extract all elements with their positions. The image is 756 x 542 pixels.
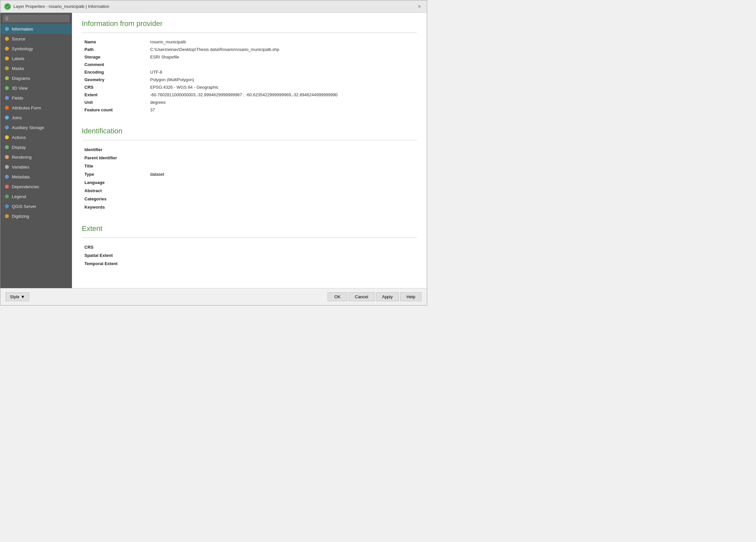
sidebar-item-auxiliarystorage[interactable]: Auxiliary Storage bbox=[0, 123, 72, 132]
svg-point-13 bbox=[5, 145, 9, 149]
field-value bbox=[148, 243, 417, 251]
svg-point-7 bbox=[5, 86, 9, 90]
field-label: Categories bbox=[82, 195, 148, 203]
svg-point-6 bbox=[5, 76, 9, 80]
table-row: Typedataset bbox=[82, 170, 417, 178]
identification-divider bbox=[82, 140, 417, 140]
field-label: Parent Identifier bbox=[82, 154, 148, 162]
sidebar-item-label-legend: Legend bbox=[12, 194, 26, 199]
sidebar-item-legend[interactable]: Legend bbox=[0, 192, 72, 201]
field-value: dataset bbox=[148, 170, 417, 178]
table-row: Parent Identifier bbox=[82, 154, 417, 162]
field-value: 37 bbox=[148, 106, 417, 114]
sidebar-item-label-rendering: Rendering bbox=[12, 155, 32, 160]
sidebar-item-source[interactable]: Source bbox=[0, 34, 72, 44]
sidebar-item-label-dependencies: Dependencies bbox=[12, 184, 39, 189]
svg-point-8 bbox=[5, 96, 9, 100]
sidebar-item-label-fields: Fields bbox=[12, 96, 23, 101]
close-button[interactable]: × bbox=[416, 3, 423, 10]
content-scroll[interactable]: Information from provider Namerosario_mu… bbox=[72, 13, 427, 288]
sidebar-item-diagrams[interactable]: Diagrams bbox=[0, 73, 72, 83]
sidebar-item-display[interactable]: Display bbox=[0, 142, 72, 152]
information-icon bbox=[4, 26, 10, 32]
title-bar: Layer Properties - rosario_municipalb | … bbox=[0, 0, 427, 13]
field-value bbox=[148, 203, 417, 211]
table-row: CRSEPSG:4326 - WGS 84 - Geographic bbox=[82, 83, 417, 91]
field-value: ESRI Shapefile bbox=[148, 53, 417, 61]
field-value: UTF-8 bbox=[148, 68, 417, 76]
sidebar-item-labels[interactable]: Labels bbox=[0, 54, 72, 63]
search-input[interactable] bbox=[3, 15, 69, 22]
sidebar-item-label-3dview: 3D View bbox=[12, 86, 28, 91]
field-value bbox=[148, 187, 417, 195]
sidebar-item-label-display: Display bbox=[12, 145, 26, 150]
sidebar-item-label-digitizing: Digitizing bbox=[12, 214, 29, 219]
sidebar-item-attributesform[interactable]: Attributes Form bbox=[0, 103, 72, 113]
apply-button[interactable]: Apply bbox=[376, 292, 399, 301]
cancel-button[interactable]: Cancel bbox=[349, 292, 374, 301]
field-label: Spatial Extent bbox=[82, 251, 148, 260]
table-row: StorageESRI Shapefile bbox=[82, 53, 417, 61]
svg-point-20 bbox=[5, 214, 9, 218]
table-row: CRS bbox=[82, 243, 417, 251]
sidebar-item-digitizing[interactable]: Digitizing bbox=[0, 211, 72, 221]
field-label: Name bbox=[82, 38, 148, 46]
digitizing-icon bbox=[4, 214, 10, 219]
sidebar-item-joins[interactable]: Joins bbox=[0, 113, 72, 123]
sidebar-item-masks[interactable]: Masks bbox=[0, 63, 72, 73]
field-value bbox=[148, 251, 417, 260]
3dview-icon bbox=[4, 85, 10, 91]
sidebar-item-label-masks: Masks bbox=[12, 66, 24, 71]
field-label: Extent bbox=[82, 91, 148, 99]
sidebar-item-label-qgisserver: QGIS Server bbox=[12, 204, 36, 209]
field-value: -60.7602811000000003,-32.999462999999998… bbox=[148, 91, 417, 99]
sidebar-item-rendering[interactable]: Rendering bbox=[0, 152, 72, 162]
table-row: Title bbox=[82, 162, 417, 170]
sidebar-item-label-actions: Actions bbox=[12, 135, 26, 140]
source-icon bbox=[4, 36, 10, 41]
field-label: Title bbox=[82, 162, 148, 170]
style-button[interactable]: Style ▼ bbox=[6, 292, 29, 301]
sidebar-item-metadata[interactable]: Metadata bbox=[0, 172, 72, 182]
gap1 bbox=[82, 120, 417, 127]
field-value bbox=[148, 154, 417, 162]
sidebar-item-fields[interactable]: Fields bbox=[0, 93, 72, 103]
sidebar-item-variables[interactable]: Variables bbox=[0, 162, 72, 172]
field-value[interactable]: C:\Users\einav\Desktop\Thesis data\Rosar… bbox=[148, 46, 417, 53]
layer-properties-window: Layer Properties - rosario_municipalb | … bbox=[0, 0, 427, 305]
qgisserver-icon bbox=[4, 204, 10, 209]
table-row: Namerosario_municipalb bbox=[82, 38, 417, 46]
field-value bbox=[148, 162, 417, 170]
field-label: Language bbox=[82, 178, 148, 187]
sidebar-item-information[interactable]: Information bbox=[0, 24, 72, 34]
table-row: Language bbox=[82, 178, 417, 187]
help-button[interactable]: Help bbox=[400, 292, 422, 301]
field-label: CRS bbox=[82, 243, 148, 251]
sidebar-item-3dview[interactable]: 3D View bbox=[0, 83, 72, 93]
content-area: Information from provider Namerosario_mu… bbox=[72, 13, 427, 288]
sidebar-item-dependencies[interactable]: Dependencies bbox=[0, 182, 72, 192]
provider-section-title: Information from provider bbox=[82, 19, 417, 30]
table-row: GeometryPolygon (MultiPolygon) bbox=[82, 76, 417, 83]
svg-point-11 bbox=[5, 125, 9, 129]
field-label: Encoding bbox=[82, 68, 148, 76]
display-icon bbox=[4, 145, 10, 150]
svg-point-18 bbox=[5, 194, 9, 198]
ok-button[interactable]: OK bbox=[328, 292, 347, 301]
sidebar-item-actions[interactable]: Actions bbox=[0, 132, 72, 142]
sidebar-item-label-attributesform: Attributes Form bbox=[12, 105, 41, 110]
sidebar-item-label-information: Information bbox=[12, 27, 33, 32]
svg-point-9 bbox=[5, 106, 9, 110]
field-value: Polygon (MultiPolygon) bbox=[148, 76, 417, 83]
extent-divider bbox=[82, 237, 417, 238]
app-icon bbox=[4, 3, 11, 10]
provider-divider bbox=[82, 33, 417, 33]
sidebar-item-symbology[interactable]: Symbology bbox=[0, 44, 72, 54]
actions-icon bbox=[4, 135, 10, 140]
field-value bbox=[148, 178, 417, 187]
sidebar-item-label-symbology: Symbology bbox=[12, 46, 33, 51]
svg-point-14 bbox=[5, 155, 9, 159]
table-row: Spatial Extent bbox=[82, 251, 417, 260]
metadata-icon bbox=[4, 174, 10, 179]
sidebar-item-qgisserver[interactable]: QGIS Server bbox=[0, 201, 72, 211]
